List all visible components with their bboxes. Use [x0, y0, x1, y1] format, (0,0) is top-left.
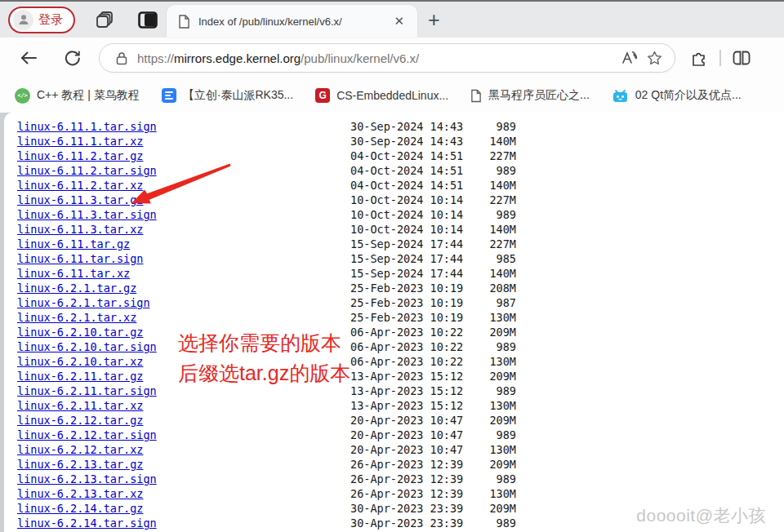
file-date: 15-Sep-2024 17:44	[350, 252, 470, 265]
file-size: 140M	[470, 223, 516, 236]
file-list: linux-6.11.1.tar.sign30-Sep-2024 14:4398…	[4, 113, 784, 530]
file-link[interactable]: linux-6.2.14.tar.sign	[17, 516, 350, 530]
file-link[interactable]: linux-6.11.tar.gz	[17, 237, 350, 250]
read-aloud-icon[interactable]	[617, 46, 642, 70]
file-link[interactable]: linux-6.2.14.tar.gz	[17, 502, 350, 515]
file-date: 04-Oct-2024 14:51	[350, 164, 470, 177]
bookmark-runoob[interactable]: </> C++ 教程 | 菜鸟教程	[15, 88, 140, 104]
file-date: 04-Oct-2024 14:51	[350, 179, 470, 192]
file-link[interactable]: linux-6.2.12.tar.gz	[17, 414, 350, 427]
file-link[interactable]: linux-6.2.12.tar.sign	[17, 428, 350, 441]
file-size: 130M	[470, 311, 516, 324]
file-row: linux-6.2.11.tar.gz13-Apr-2023 15:12209M	[4, 369, 784, 383]
url-text: https://mirrors.edge.kernel.org/pub/linu…	[137, 51, 617, 65]
bookmark-label: 02 Qt简介以及优点...	[635, 88, 742, 103]
file-link[interactable]: linux-6.2.11.tar.xz	[17, 399, 350, 412]
file-link[interactable]: linux-6.11.2.tar.sign	[17, 164, 350, 177]
bookmark-gitee[interactable]: G CS-EmbeddedLinux...	[315, 88, 448, 103]
url-domain: mirrors.edge.kernel.org	[174, 51, 301, 65]
bookmark-bilibili[interactable]: 02 Qt简介以及优点...	[612, 88, 742, 103]
file-date: 13-Apr-2023 15:12	[350, 399, 470, 412]
tab-strip: 登录 Index of /pub/linux/kernel/v6.x/ ✕ +	[0, 2, 784, 38]
file-date: 30-Sep-2024 14:43	[350, 135, 470, 148]
file-row: linux-6.2.11.tar.xz13-Apr-2023 15:12130M	[4, 398, 784, 413]
annotation-text: 选择你需要的版本 后缀选tar.gz的版本	[178, 328, 350, 388]
file-size: 209M	[470, 326, 516, 339]
browser-window: 登录 Index of /pub/linux/kernel/v6.x/ ✕ +	[0, 0, 784, 532]
extensions-puzzle-icon[interactable]	[687, 46, 711, 70]
navigation-toolbar: https://mirrors.edge.kernel.org/pub/linu…	[0, 38, 784, 78]
file-link[interactable]: linux-6.2.1.tar.sign	[17, 296, 350, 309]
file-row: linux-6.2.12.tar.xz20-Apr-2023 10:47130M	[4, 442, 784, 457]
file-row: linux-6.2.1.tar.gz25-Feb-2023 10:19208M	[4, 281, 784, 295]
lock-icon	[116, 51, 127, 65]
file-row: linux-6.2.13.tar.xz26-Apr-2023 12:39130M	[4, 486, 784, 501]
file-link[interactable]: linux-6.11.1.tar.sign	[17, 120, 350, 133]
file-row: linux-6.2.13.tar.gz26-Apr-2023 12:39209M	[4, 457, 784, 472]
file-link[interactable]: linux-6.11.3.tar.gz	[17, 193, 350, 206]
file-link[interactable]: linux-6.11.3.tar.xz	[17, 223, 350, 236]
bookmark-lichuang[interactable]: 【立创·泰山派RK35...	[162, 88, 293, 103]
file-date: 25-Feb-2023 10:19	[350, 296, 470, 309]
file-link[interactable]: linux-6.2.1.tar.xz	[17, 311, 350, 324]
file-size: 130M	[470, 399, 516, 412]
workspaces-icon[interactable]	[93, 7, 118, 32]
back-button[interactable]	[15, 44, 42, 72]
login-label: 登录	[38, 12, 63, 28]
file-size: 989	[470, 384, 516, 397]
file-size: 989	[470, 516, 516, 530]
file-date: 26-Apr-2023 12:39	[350, 458, 470, 471]
file-date: 30-Apr-2023 23:39	[350, 502, 470, 515]
file-date: 13-Apr-2023 15:12	[350, 384, 470, 397]
file-size: 989	[470, 164, 516, 177]
file-size: 130M	[470, 487, 516, 500]
file-link[interactable]: linux-6.11.3.tar.sign	[17, 208, 350, 221]
file-row: linux-6.2.12.tar.sign20-Apr-2023 10:4798…	[4, 428, 784, 442]
file-size: 989	[470, 208, 516, 221]
file-date: 10-Oct-2024 10:14	[350, 223, 470, 236]
toolbar-divider	[719, 50, 721, 66]
file-row: linux-6.2.1.tar.xz25-Feb-2023 10:19130M	[4, 310, 784, 325]
file-row: linux-6.2.10.tar.gz06-Apr-2023 10:22209M	[4, 325, 784, 339]
file-link[interactable]: linux-6.2.13.tar.xz	[17, 487, 350, 500]
page-content: linux-6.11.1.tar.sign30-Sep-2024 14:4398…	[4, 113, 784, 532]
new-tab-button[interactable]: +	[428, 11, 440, 29]
file-row: linux-6.2.10.tar.xz06-Apr-2023 10:22130M	[4, 354, 784, 369]
file-link[interactable]: linux-6.11.tar.sign	[17, 252, 350, 265]
file-size: 130M	[470, 355, 516, 368]
file-size: 130M	[470, 443, 516, 456]
file-link[interactable]: linux-6.11.2.tar.xz	[17, 179, 350, 192]
watermark: dooooit@老小孩	[636, 504, 766, 527]
tab-close-icon[interactable]: ✕	[389, 12, 409, 30]
file-link[interactable]: linux-6.2.13.tar.gz	[17, 458, 350, 471]
file-row: linux-6.11.3.tar.xz10-Oct-2024 10:14140M	[4, 222, 784, 237]
file-link[interactable]: linux-6.2.12.tar.xz	[17, 443, 350, 456]
file-size: 140M	[470, 267, 516, 280]
file-row: linux-6.11.2.tar.gz04-Oct-2024 14:51227M	[4, 149, 784, 163]
favorites-star-icon[interactable]	[642, 46, 666, 70]
file-size: 140M	[470, 179, 516, 192]
file-row: linux-6.11.tar.sign15-Sep-2024 17:44985	[4, 251, 784, 266]
file-link[interactable]: linux-6.2.13.tar.sign	[17, 472, 350, 485]
person-icon	[17, 13, 30, 26]
refresh-button[interactable]	[59, 44, 87, 72]
file-link[interactable]: linux-6.11.2.tar.gz	[17, 149, 350, 162]
file-link[interactable]: linux-6.11.tar.xz	[17, 267, 350, 280]
split-screen-icon[interactable]	[729, 46, 754, 70]
address-bar[interactable]: https://mirrors.edge.kernel.org/pub/linu…	[99, 43, 675, 73]
browser-tab[interactable]: Index of /pub/linux/kernel/v6.x/ ✕	[167, 5, 417, 38]
profile-login-button[interactable]: 登录	[8, 7, 75, 33]
file-size: 209M	[470, 502, 516, 515]
file-row: linux-6.11.2.tar.sign04-Oct-2024 14:5198…	[4, 163, 784, 178]
bookmarks-bar: </> C++ 教程 | 菜鸟教程 【立创·泰山派RK35... G CS-Em…	[0, 78, 784, 113]
bookmark-heima[interactable]: 黑马程序员匠心之...	[470, 88, 590, 103]
file-row: linux-6.11.1.tar.xz30-Sep-2024 14:43140M	[4, 134, 784, 149]
file-date: 20-Apr-2023 10:47	[350, 414, 470, 427]
file-link[interactable]: linux-6.2.1.tar.gz	[17, 282, 350, 295]
toolbar-right-icons	[687, 46, 754, 70]
runoob-favicon: </>	[15, 88, 30, 104]
file-link[interactable]: linux-6.11.1.tar.xz	[17, 135, 350, 148]
sidebar-panel-icon[interactable]	[136, 7, 160, 32]
file-date: 15-Sep-2024 17:44	[350, 267, 470, 280]
file-date: 15-Sep-2024 17:44	[350, 237, 470, 250]
